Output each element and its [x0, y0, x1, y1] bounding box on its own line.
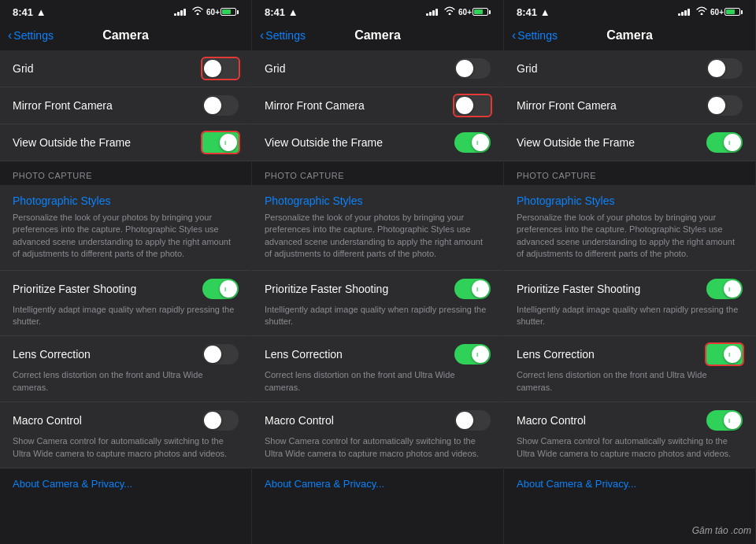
toggle-thumb: I	[472, 346, 489, 363]
toggle-row-1: Mirror Front Camera	[252, 87, 503, 124]
feature-row-top-1: Lens Correction I	[504, 336, 755, 369]
status-icons: 60+	[678, 6, 743, 17]
toggle-row-2: View Outside the Frame I	[0, 124, 251, 161]
toggle-switch[interactable]	[202, 344, 239, 365]
nav-back-button[interactable]: ‹ Settings	[512, 28, 558, 43]
about-camera-link[interactable]: About Camera & Privacy...	[252, 468, 503, 499]
toggle-thumb	[456, 60, 473, 77]
toggle-state-label: I	[728, 285, 730, 292]
battery-label: 60+	[710, 8, 724, 17]
back-chevron-icon: ‹	[8, 28, 12, 43]
toggle-switch[interactable]: I	[706, 344, 743, 365]
settings-scroll[interactable]: Grid Mirror Front Camera View Outside th…	[504, 50, 755, 544]
toggle-label-0: Grid	[13, 62, 33, 75]
nav-back-label[interactable]: Settings	[265, 29, 306, 42]
nav-back-label[interactable]: Settings	[517, 29, 558, 42]
toggle-state-label: I	[224, 285, 226, 292]
signal-bars	[426, 8, 438, 16]
feature-row-top-2: Macro Control	[0, 402, 251, 435]
battery-tip	[741, 10, 743, 14]
feature-row-2: Macro Control Show Camera control for au…	[0, 402, 251, 468]
nav-back-button[interactable]: ‹ Settings	[260, 28, 306, 43]
toggle-switch[interactable]: I	[706, 132, 743, 153]
toggle-switch[interactable]: I	[706, 410, 743, 431]
signal-bars	[678, 8, 690, 16]
photographic-styles-row[interactable]: Photographic Styles Personalize the look…	[504, 185, 755, 271]
settings-scroll[interactable]: Grid Mirror Front Camera View Outside th…	[0, 50, 251, 544]
toggle-switch[interactable]	[454, 410, 491, 431]
nav-title: Camera	[354, 28, 401, 43]
battery-body	[472, 8, 488, 16]
toggle-thumb: I	[472, 280, 489, 298]
toggle-switch[interactable]: I	[454, 279, 491, 299]
photo-styles-title[interactable]: Photographic Styles	[13, 194, 239, 207]
about-camera-link[interactable]: About Camera & Privacy...	[0, 468, 251, 499]
feature-row-top-2: Macro Control I	[504, 402, 755, 435]
battery-tip	[489, 10, 491, 14]
nav-back-button[interactable]: ‹ Settings	[8, 28, 54, 43]
toggle-state-label: I	[476, 351, 478, 358]
toggle-state-label: I	[476, 285, 478, 292]
toggle-row-2: View Outside the Frame I	[504, 124, 755, 161]
feature-row-1: Lens Correction Correct lens distortion …	[0, 336, 251, 402]
photo-capture-section: Photographic Styles Personalize the look…	[504, 185, 755, 468]
feature-row-top-0: Prioritize Faster Shooting I	[0, 271, 251, 304]
toggle-switch[interactable]: I	[202, 132, 239, 153]
toggle-label-2: View Outside the Frame	[265, 136, 383, 149]
nav-title: Camera	[102, 28, 149, 43]
feature-label-0: Prioritize Faster Shooting	[265, 283, 388, 295]
wifi-symbol	[696, 6, 707, 17]
toggle-state-label: I	[224, 139, 226, 146]
toggle-label-2: View Outside the Frame	[517, 136, 635, 149]
toggle-switch[interactable]	[202, 410, 239, 431]
section-header-photo: PHOTO CAPTURE	[0, 161, 251, 185]
section-header-photo: PHOTO CAPTURE	[504, 161, 755, 185]
toggle-label-0: Grid	[265, 62, 285, 75]
nav-bar: ‹ Settings Camera	[504, 22, 755, 50]
toggle-label-0: Grid	[517, 62, 537, 75]
toggle-state-label: I	[728, 417, 730, 424]
photographic-styles-row[interactable]: Photographic Styles Personalize the look…	[0, 185, 251, 271]
toggle-state-label: I	[476, 139, 478, 146]
wifi-symbol	[192, 6, 203, 17]
toggle-switch[interactable]: I	[454, 344, 491, 365]
toggle-switch[interactable]	[202, 58, 239, 79]
toggle-switch[interactable]	[454, 95, 491, 116]
toggle-thumb: I	[220, 280, 237, 298]
feature-desc-1: Correct lens distortion on the front and…	[252, 369, 503, 402]
toggle-thumb	[204, 97, 221, 114]
toggle-switch[interactable]: I	[202, 279, 239, 299]
toggle-group: Grid Mirror Front Camera View Outside th…	[0, 50, 251, 161]
toggle-switch[interactable]	[202, 95, 239, 116]
feature-label-2: Macro Control	[265, 414, 334, 427]
nav-back-label[interactable]: Settings	[13, 29, 54, 42]
settings-scroll[interactable]: Grid Mirror Front Camera View Outside th…	[252, 50, 503, 544]
photo-styles-title[interactable]: Photographic Styles	[517, 194, 743, 207]
toggle-switch[interactable]	[706, 58, 743, 79]
toggle-switch[interactable]	[454, 58, 491, 79]
photo-styles-desc: Personalize the look of your photos by b…	[517, 212, 743, 261]
toggle-switch[interactable]: I	[454, 132, 491, 153]
toggle-switch[interactable]	[706, 95, 743, 116]
battery-indicator: 60+	[206, 8, 239, 17]
toggle-switch[interactable]: I	[706, 279, 743, 299]
battery-fill	[222, 9, 231, 14]
feature-label-1: Lens Correction	[265, 348, 343, 361]
wifi-symbol	[444, 6, 455, 17]
battery-fill	[474, 9, 483, 14]
feature-desc-1: Correct lens distortion on the front and…	[0, 369, 251, 402]
toggle-row-0: Grid	[0, 50, 251, 87]
photo-styles-desc: Personalize the look of your photos by b…	[13, 212, 239, 261]
photographic-styles-row[interactable]: Photographic Styles Personalize the look…	[252, 185, 503, 271]
battery-body	[220, 8, 236, 16]
photo-styles-title[interactable]: Photographic Styles	[265, 194, 491, 207]
status-icons: 60+	[174, 6, 239, 17]
feature-row-top-0: Prioritize Faster Shooting I	[504, 271, 755, 304]
feature-label-2: Macro Control	[517, 414, 586, 427]
feature-label-1: Lens Correction	[13, 348, 91, 361]
feature-row-top-1: Lens Correction	[0, 336, 251, 369]
feature-row-2: Macro Control I Show Camera control for …	[504, 402, 755, 468]
signal-bars	[174, 8, 186, 16]
toggle-row-0: Grid	[252, 50, 503, 87]
about-camera-link[interactable]: About Camera & Privacy...	[504, 468, 755, 499]
